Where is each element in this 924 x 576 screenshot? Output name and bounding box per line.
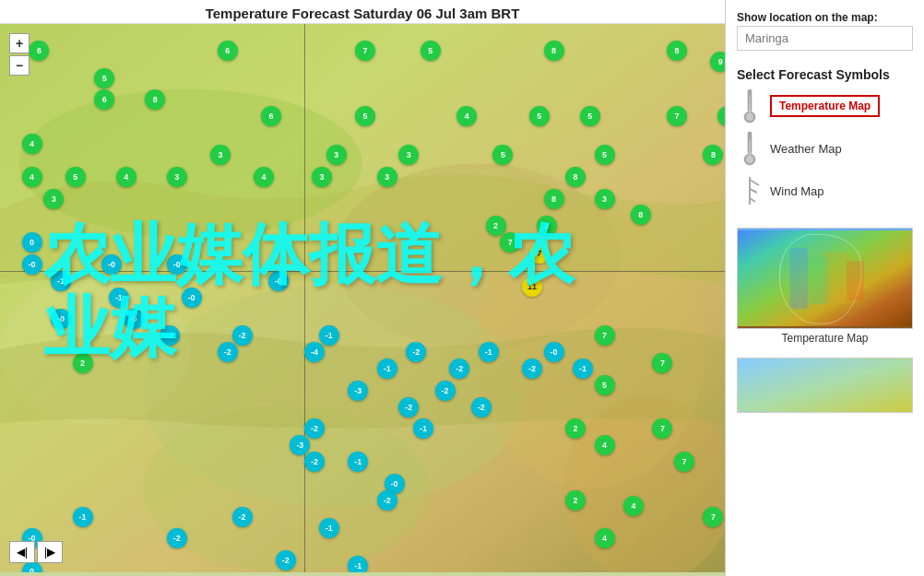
- temp-bubble: 8: [544, 41, 564, 61]
- temp-bubble: 4: [623, 496, 644, 516]
- temp-bubble: 5: [94, 68, 114, 88]
- temp-bubble: -1: [319, 518, 339, 538]
- temp-bubble: -2: [522, 359, 542, 379]
- symbol-row-weather[interactable]: Weather Map: [737, 130, 913, 167]
- temp-bubble: 7: [703, 507, 723, 527]
- temp-bubble: -1: [51, 271, 71, 291]
- wind-icon: [737, 172, 763, 209]
- temp-bubble: 8: [667, 41, 687, 61]
- temp-bubble: -3: [348, 381, 368, 401]
- temp-bubble: -1: [319, 325, 339, 346]
- temp-bubble: 5: [421, 41, 441, 61]
- symbol-row-temperature[interactable]: Temperature Map: [737, 88, 913, 124]
- temp-bubble: 7: [595, 325, 615, 346]
- temp-bubble: 2: [486, 216, 506, 236]
- temp-bubble: 5: [595, 145, 615, 165]
- temp-bubble: -2: [276, 550, 296, 570]
- temp-bubble: -2: [160, 325, 180, 346]
- temp-bubble: -2: [167, 528, 187, 548]
- temp-bubble: 7: [529, 243, 550, 264]
- temp-bubble: -1: [109, 288, 129, 308]
- temp-bubble: -0: [167, 254, 187, 275]
- temp-bubble: 3: [312, 167, 332, 187]
- temp-bubble: -0: [182, 288, 202, 308]
- nav-next-button[interactable]: |▶: [37, 541, 63, 563]
- temp-bubble: -2: [232, 507, 253, 527]
- temp-bubble: 3: [210, 145, 231, 165]
- temp-bubble: -0: [268, 271, 289, 291]
- temp-bubble: 3: [377, 167, 397, 187]
- forecast-symbols-label: Select Forecast Symbols: [737, 67, 913, 82]
- svg-rect-26: [847, 261, 864, 300]
- app-container: Temperature Forecast Saturday 06 Jul 3am…: [0, 0, 924, 576]
- temp-bubble: 5: [529, 106, 550, 126]
- zoom-controls: + −: [9, 33, 30, 76]
- temp-bubble: -2: [377, 490, 397, 511]
- temp-bubble: 5: [595, 375, 615, 395]
- temp-bubble: 4: [254, 167, 274, 187]
- temp-bubble: 9: [710, 52, 725, 72]
- temp-bubble: -2: [218, 342, 238, 362]
- zoom-in-button[interactable]: +: [9, 33, 30, 53]
- temp-bubble: -1: [377, 359, 397, 379]
- map-title: Temperature Forecast Saturday 06 Jul 3am…: [0, 0, 725, 24]
- temp-bubble: -1: [73, 507, 93, 527]
- temp-bubble: 2: [537, 216, 557, 236]
- location-label: Show location on the map:: [737, 11, 913, 24]
- map-thumbnail[interactable]: [737, 228, 913, 329]
- thermometer-icon: [737, 88, 763, 124]
- temp-bubble: 4: [116, 167, 136, 187]
- temp-bubble: -2: [435, 381, 456, 401]
- temp-bubble: 8: [544, 189, 564, 209]
- temp-bubble: -2: [398, 397, 419, 417]
- temp-bubble: 11: [522, 276, 542, 297]
- grid-line-vertical-1: [304, 24, 305, 572]
- temp-bubble: 3: [326, 145, 347, 165]
- temp-bubble: 5: [580, 106, 600, 126]
- temp-bubble: 6: [218, 41, 238, 61]
- temp-bubble: 2: [73, 353, 93, 373]
- temp-bubble: 3: [595, 189, 615, 209]
- temp-bubble: 7: [355, 41, 375, 61]
- weather-map-label[interactable]: Weather Map: [770, 142, 842, 156]
- temp-bubble: -1: [348, 556, 368, 572]
- temp-bubble: -2: [232, 325, 253, 346]
- temp-bubble: 4: [595, 435, 615, 455]
- temp-bubble: 7: [674, 452, 694, 472]
- map-area: + − 农业媒体报道，农业媒 6675889568654557943335584…: [0, 24, 725, 572]
- temp-bubble: -0: [544, 342, 564, 362]
- nav-controls: ◀| |▶: [9, 541, 63, 563]
- temp-bubble: 4: [595, 528, 615, 548]
- weather-icon: [737, 130, 763, 167]
- wind-map-label[interactable]: Wind Map: [770, 184, 824, 198]
- temp-bubble: 4: [22, 167, 42, 187]
- temp-bubble: -1: [573, 359, 593, 379]
- temp-bubble: 5: [65, 167, 86, 187]
- temp-bubble: 8: [631, 205, 651, 225]
- temp-bubble: 3: [43, 189, 64, 209]
- svg-rect-27: [738, 359, 912, 412]
- svg-rect-17: [749, 147, 751, 159]
- thumbnail-label: Temperature Map: [737, 332, 913, 345]
- svg-line-19: [750, 180, 759, 185]
- map-panel: Temperature Forecast Saturday 06 Jul 3am…: [0, 0, 726, 576]
- location-input[interactable]: [737, 26, 913, 51]
- zoom-out-button[interactable]: −: [9, 55, 30, 76]
- nav-prev-button[interactable]: ◀|: [9, 541, 35, 563]
- temp-bubble: 8: [565, 167, 586, 187]
- svg-line-20: [750, 189, 757, 193]
- temp-bubble: 3: [167, 167, 187, 187]
- temp-bubble: -1: [479, 342, 499, 362]
- map-thumbnail2[interactable]: [737, 358, 913, 413]
- right-panel: Show location on the map: Select Forecas…: [726, 0, 924, 576]
- temp-bubble: -0: [22, 254, 42, 275]
- temp-bubble: -0: [124, 309, 144, 329]
- temp-bubble: 0: [22, 232, 42, 253]
- temp-bubble: 2: [565, 490, 586, 511]
- temp-bubble: 4: [22, 134, 42, 154]
- temperature-map-button[interactable]: Temperature Map: [770, 95, 880, 117]
- temp-bubble: -2: [471, 397, 492, 417]
- symbol-row-wind[interactable]: Wind Map: [737, 172, 913, 209]
- temp-bubble: -0: [101, 254, 122, 275]
- svg-rect-23: [790, 248, 808, 309]
